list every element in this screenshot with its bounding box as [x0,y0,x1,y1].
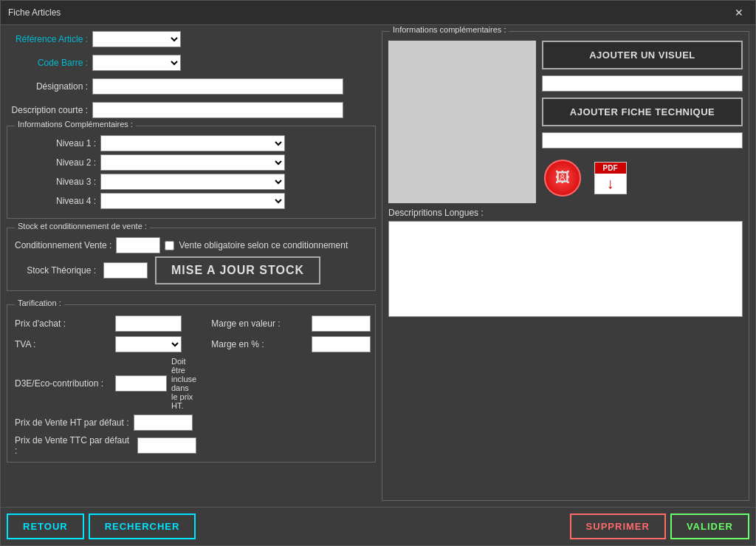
niveau2-label: Niveau 2 : [15,157,96,168]
niveau3-label: Niveau 3 : [15,177,96,187]
retour-button[interactable]: RETOUR [7,513,84,539]
designation-label: Désignation : [7,81,88,92]
stock-group: Stock et conditionnement de vente : Cond… [7,228,376,291]
niveau1-select[interactable] [100,135,285,151]
niveau2-select[interactable] [100,154,285,171]
checkbox-row: Vente obligatoire selon ce conditionneme… [165,240,348,250]
stock-theorique-section: Stock Théorique : MISE A JOUR STOCK [15,256,368,284]
fiche-text-input[interactable] [542,132,743,149]
niveau1-row: Niveau 1 : [15,135,368,151]
description-courte-row: Description courte : [7,102,376,118]
info-comp-group: Informations Complémentaires : Niveau 1 … [7,126,376,219]
niveau3-row: Niveau 3 : [15,174,368,190]
prix-achat-label: Prix d'achat : [15,318,111,329]
pdf-label: PDF [595,163,626,174]
tarification-group: Tarification : Prix d'achat : Marge en v… [7,304,376,463]
designation-input[interactable] [92,78,343,95]
title-bar: Fiche Articles ✕ [1,1,755,25]
tva-label: TVA : [15,339,111,349]
tarif-grid: Prix d'achat : Marge en valeur : TVA : M… [15,311,368,456]
info-comp-content: Niveau 1 : Niveau 2 : Niveau 3 : Niveau … [15,132,368,209]
info-comp-inner: AJOUTER UN VISUEL AJOUTER FICHE TECHNIQU… [388,38,743,203]
marge-valeur-label: Marge en valeur : [211,318,307,329]
pdf-icon-btn[interactable]: PDF ↓ [590,157,630,198]
prix-vente-ht-input[interactable] [134,414,193,431]
visuel-text-input[interactable] [542,75,743,92]
desc-longues-label: Descripritions Longues : [388,208,743,218]
prix-achat-row: Prix d'achat : [15,315,196,332]
prix-achat-input[interactable] [115,315,182,332]
rechercher-button[interactable]: RECHERCHER [89,513,196,539]
marge-valeur-input[interactable] [312,315,371,332]
ajouter-visuel-button[interactable]: AJOUTER UN VISUEL [542,41,743,69]
mise-a-jour-button[interactable]: MISE A JOUR STOCK [155,256,320,284]
reference-row: Référence Article : [7,31,376,47]
niveau3-select[interactable] [100,174,285,190]
prix-vente-ttc-input[interactable] [137,437,196,454]
niveau2-row: Niveau 2 : [15,154,368,171]
niveau1-label: Niveau 1 : [15,138,96,149]
prix-vente-ht-label: Prix de Vente HT par défaut : [15,417,129,428]
main-window: Fiche Articles ✕ Référence Article : Cod… [0,0,756,546]
prix-vente-ttc-row: Prix de Vente TTC par défaut : [15,435,196,456]
d3e-note: Doit être incluse dans le prix HT. [171,357,196,410]
desc-longues-textarea[interactable] [388,221,743,317]
stock-content: Conditionnement Vente : Vente obligatoir… [15,234,368,284]
designation-row: Désignation : [7,78,376,95]
conditionnement-row: Conditionnement Vente : Vente obligatoir… [15,237,368,253]
niveau4-row: Niveau 4 : [15,193,368,209]
right-panel: Informations complémentaires : AJOUTER U… [382,31,749,501]
marge-pct-row: Marge en % : [211,336,371,352]
description-courte-label: Description courte : [7,105,88,115]
d3e-label: D3E/Eco-contribution : [15,378,111,389]
supprimer-button[interactable]: SUPPRIMER [570,513,666,539]
marge-pct-input[interactable] [312,336,371,352]
pdf-file-icon: PDF ↓ [594,162,627,194]
marge-pct-label: Marge en % : [211,339,307,349]
code-barre-select[interactable] [92,55,181,71]
valider-button[interactable]: VALIDER [670,513,749,539]
reference-select[interactable] [92,31,181,47]
image-preview [388,41,536,203]
d3e-row: D3E/Eco-contribution : Doit être incluse… [15,357,196,410]
info-comp-title: Informations Complémentaires : [15,120,136,129]
marge-valeur-row: Marge en valeur : [211,315,371,332]
info-comp-box: Informations complémentaires : AJOUTER U… [382,31,749,501]
description-courte-input[interactable] [92,102,343,118]
prix-vente-ht-row: Prix de Vente HT par défaut : [15,414,196,431]
image-circle-icon [544,160,581,197]
d3e-input[interactable] [115,375,167,392]
close-button[interactable]: ✕ [730,5,748,20]
niveau4-select[interactable] [100,193,285,209]
stock-group-title: Stock et conditionnement de vente : [15,222,150,231]
ajouter-fiche-button[interactable]: AJOUTER FICHE TECHNIQUE [542,98,743,126]
bottom-buttons: RETOUR RECHERCHER SUPPRIMER VALIDER [1,507,755,545]
info-comp-box-title: Informations complémentaires : [390,25,509,34]
tva-row: TVA : [15,336,196,352]
pdf-arrow-icon: ↓ [607,175,614,192]
code-barre-row: Code Barre : [7,55,376,71]
vente-checkbox[interactable] [165,241,174,250]
niveau4-label: Niveau 4 : [15,196,96,206]
reference-label: Référence Article : [7,34,88,44]
desc-longues-section: Descripritions Longues : [388,208,743,319]
window-title: Fiche Articles [8,7,61,18]
conditionnement-input[interactable] [116,237,160,253]
tva-select[interactable] [115,336,182,352]
tarification-title: Tarification : [15,298,64,307]
stock-theorique-input[interactable] [103,262,148,279]
btn-left-group: RETOUR RECHERCHER [7,513,196,539]
vente-checkbox-label: Vente obligatoire selon ce conditionneme… [179,240,348,250]
prix-vente-ttc-label: Prix de Vente TTC par défaut : [15,435,133,456]
stock-theorique-label: Stock Théorique : [15,265,96,276]
info-comp-right-col: AJOUTER UN VISUEL AJOUTER FICHE TECHNIQU… [542,41,743,203]
image-icon-btn[interactable] [542,157,583,198]
icon-row: PDF ↓ [542,157,743,198]
left-panel: Référence Article : Code Barre : Désigna… [7,31,376,501]
conditionnement-label: Conditionnement Vente : [15,240,111,250]
btn-right-group: SUPPRIMER VALIDER [570,513,749,539]
content-area: Référence Article : Code Barre : Désigna… [1,25,755,507]
code-barre-label: Code Barre : [7,58,88,68]
